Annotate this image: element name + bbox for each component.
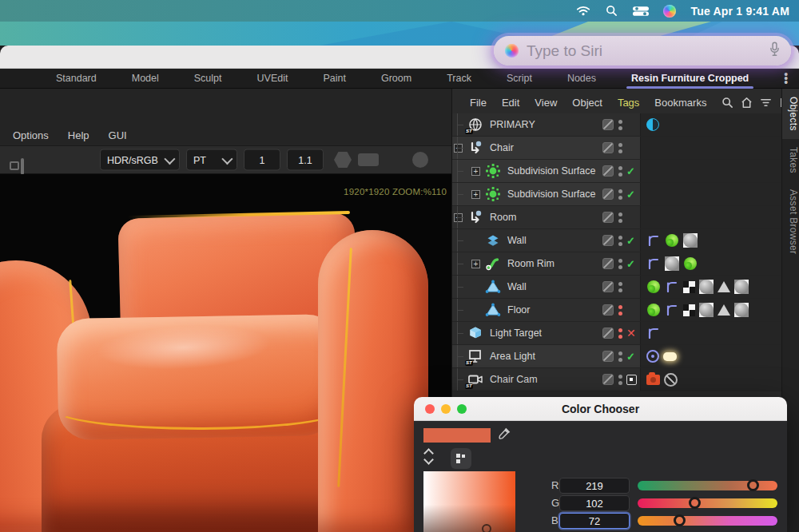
phong-tag[interactable] <box>665 280 679 294</box>
target-tag[interactable] <box>646 350 659 363</box>
slider-knob[interactable] <box>674 514 686 526</box>
editor-visibility-toggle[interactable] <box>602 142 614 153</box>
visibility-dots[interactable] <box>618 351 622 362</box>
state-x-icon[interactable]: ✕ <box>626 327 636 339</box>
sphere-tag[interactable] <box>699 280 714 294</box>
checker-tag[interactable] <box>683 281 695 293</box>
green-ball-tag[interactable] <box>665 233 679 248</box>
tab-nodes[interactable]: Nodes <box>567 73 596 84</box>
green-ball-tag[interactable] <box>646 303 661 317</box>
tab-track[interactable]: Track <box>447 73 471 84</box>
camera-red-tag[interactable] <box>646 375 660 385</box>
sphere-tag[interactable] <box>734 303 749 317</box>
visibility-dots[interactable] <box>618 328 622 339</box>
expand-toggle[interactable]: + <box>471 167 480 176</box>
tab-overflow-ellipsis[interactable]: ••• <box>784 73 788 85</box>
viewport-menu-help[interactable]: Help <box>68 129 89 141</box>
editor-visibility-toggle[interactable] <box>602 165 614 177</box>
om-menu-view[interactable]: View <box>535 97 557 109</box>
state-crosshair-icon[interactable] <box>626 375 637 385</box>
tab-model[interactable]: Model <box>132 73 159 84</box>
object-row-chair-cam[interactable]: STChair Cam <box>452 368 781 391</box>
object-row-subdivision-surface[interactable]: +Subdivision Surface✓ <box>452 183 781 206</box>
tab-resin-furniture-cropped[interactable]: Resin Furniture Cropped <box>631 73 749 84</box>
state-check-icon[interactable]: ✓ <box>626 165 635 177</box>
half-circle-tag[interactable] <box>646 118 659 131</box>
slider-knob[interactable] <box>689 497 701 509</box>
checker-tag[interactable] <box>683 304 695 316</box>
editor-visibility-toggle[interactable] <box>602 281 614 292</box>
editor-visibility-toggle[interactable] <box>602 235 614 246</box>
visibility-dots[interactable] <box>618 375 622 385</box>
menu-bar-clock[interactable]: Tue Apr 1 9:41 AM <box>691 5 789 18</box>
tab-groom[interactable]: Groom <box>381 73 411 84</box>
sphere-tag[interactable] <box>665 256 679 271</box>
visibility-dots[interactable] <box>618 305 622 316</box>
tab-paint[interactable]: Paint <box>323 73 346 84</box>
object-row-light-target[interactable]: Light Target✕ <box>452 322 781 345</box>
state-check-icon[interactable]: ✓ <box>626 235 635 247</box>
microphone-icon[interactable] <box>769 42 780 60</box>
visibility-dots[interactable] <box>618 166 622 177</box>
exposure-field[interactable]: 1.1 <box>287 149 324 171</box>
visibility-dots[interactable] <box>618 236 622 246</box>
object-row-area-light[interactable]: STArea Light✓ <box>452 345 781 368</box>
editor-visibility-toggle[interactable] <box>602 258 614 269</box>
tab-script[interactable]: Script <box>507 73 532 84</box>
editor-visibility-toggle[interactable] <box>602 119 614 130</box>
object-row-wall[interactable]: Wall✓ <box>452 229 781 252</box>
color-swatch[interactable] <box>423 428 491 443</box>
display-mode-dropdown[interactable]: HDR/sRGB <box>100 149 180 171</box>
state-check-icon[interactable]: ✓ <box>626 258 635 270</box>
tab-sculpt[interactable]: Sculpt <box>194 73 222 84</box>
om-menu-bookmarks[interactable]: Bookmarks <box>654 97 706 109</box>
side-tab-asset-browser[interactable]: Asset Browser <box>782 181 799 262</box>
triangle-tag[interactable] <box>718 304 730 316</box>
sphere-tag[interactable] <box>734 280 749 294</box>
slider-knob[interactable] <box>747 479 759 491</box>
green-ball-tag[interactable] <box>646 280 661 294</box>
state-check-icon[interactable]: ✓ <box>626 189 635 200</box>
side-tab-takes[interactable]: Takes <box>782 139 799 181</box>
visibility-dots[interactable] <box>618 120 622 130</box>
siri-input-bar[interactable]: Type to Siri <box>494 36 791 66</box>
filter-icon[interactable] <box>760 97 772 109</box>
object-row-chair[interactable]: −Chair <box>452 137 781 160</box>
render-mode-dropdown[interactable]: PT <box>186 149 237 171</box>
siri-menu-icon[interactable] <box>662 5 677 18</box>
editor-visibility-toggle[interactable] <box>602 351 614 362</box>
editor-visibility-toggle[interactable] <box>602 212 614 223</box>
home-icon[interactable] <box>741 97 753 109</box>
sphere-tag[interactable] <box>699 303 714 317</box>
phong-tag[interactable] <box>646 326 661 340</box>
object-row-primary[interactable]: STPRIMARY <box>452 113 781 137</box>
green-ball-tag[interactable] <box>683 256 698 271</box>
wifi-icon[interactable] <box>576 5 590 18</box>
editor-visibility-toggle[interactable] <box>602 328 614 339</box>
side-tab-objects[interactable]: Objects <box>782 89 799 139</box>
tab-uvedit[interactable]: UVEdit <box>257 73 288 84</box>
spotlight-search-icon[interactable] <box>605 5 619 18</box>
visibility-dots[interactable] <box>618 282 622 292</box>
object-row-room-rim[interactable]: +Room Rim✓ <box>452 252 781 276</box>
phong-tag[interactable] <box>665 303 679 317</box>
editor-visibility-toggle[interactable] <box>602 304 614 316</box>
eyedropper-icon[interactable] <box>497 427 511 444</box>
hexagon-tool-icon[interactable] <box>334 151 352 169</box>
editor-visibility-toggle[interactable] <box>602 374 614 385</box>
object-row-room[interactable]: −Room <box>452 206 781 229</box>
om-menu-tags[interactable]: Tags <box>618 97 639 109</box>
channel-slider[interactable] <box>638 498 777 508</box>
control-center-icon[interactable] <box>634 5 648 18</box>
object-row-subdivision-surface[interactable]: +Subdivision Surface✓ <box>452 160 781 183</box>
channel-value-field[interactable]: 219 <box>559 478 630 494</box>
visibility-dots[interactable] <box>618 143 622 153</box>
render-view[interactable]: 1920*1920 ZOOM:%110 <box>0 174 451 532</box>
search-icon[interactable] <box>721 97 733 109</box>
om-menu-edit[interactable]: Edit <box>502 97 519 109</box>
viewport-menu-gui[interactable]: GUI <box>109 129 127 141</box>
sphere-tag[interactable] <box>683 233 698 248</box>
channel-value-field[interactable]: 102 <box>559 495 630 511</box>
visibility-dots[interactable] <box>618 259 622 269</box>
state-check-icon[interactable]: ✓ <box>626 351 635 363</box>
